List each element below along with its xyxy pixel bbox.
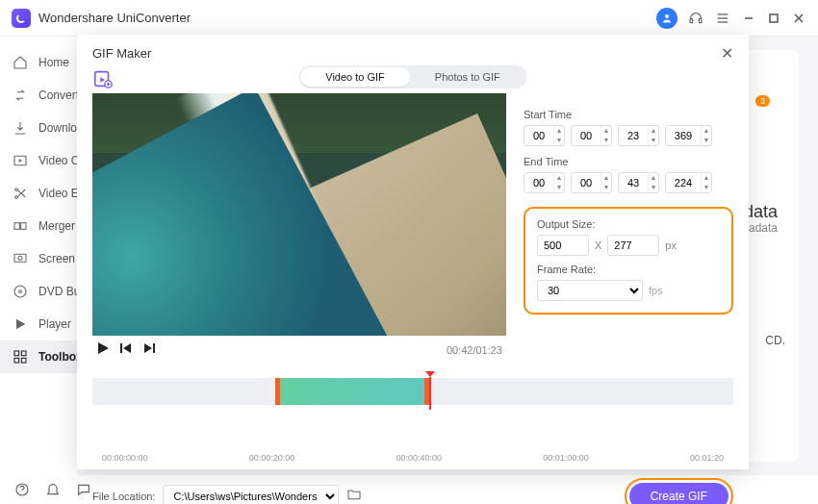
svg-rect-13 (14, 223, 19, 230)
sidebar-item-label: Toolbox (38, 350, 77, 364)
compressor-icon (12, 152, 29, 169)
file-location-select[interactable]: C:\Users\ws\Pictures\Wonders (163, 485, 339, 504)
ruler-tick: 00:00:20:00 (249, 453, 295, 463)
sidebar-item-label: Video Compressor (38, 154, 77, 167)
sidebar-item-downloader[interactable]: Downloader (0, 112, 77, 144)
tab-photos-to-gif[interactable]: Photos to GIF (410, 67, 525, 87)
end-hours-input[interactable]: ▲▼ (524, 172, 565, 193)
play-icon (12, 315, 29, 333)
sidebar-item-player[interactable]: Player (0, 308, 77, 340)
svg-rect-22 (14, 358, 19, 363)
tab-video-to-gif[interactable]: Video to GIF (300, 67, 410, 87)
prev-frame-button[interactable] (119, 341, 133, 359)
svg-marker-31 (98, 342, 109, 354)
x-separator: X (595, 239, 601, 251)
svg-point-25 (22, 492, 23, 493)
download-icon (12, 119, 29, 137)
ruler-tick: 00:00:40:00 (396, 453, 442, 463)
start-minutes-input[interactable]: ▲▼ (571, 125, 612, 146)
end-time-label: End Time (524, 156, 733, 167)
title-bar: Wondershare UniConverter (0, 0, 818, 37)
svg-rect-15 (14, 254, 26, 262)
disc-icon (12, 283, 29, 300)
sidebar-item-label: Downloader (38, 121, 77, 135)
svg-rect-1 (690, 18, 693, 22)
file-location-label: File Location: (92, 491, 155, 502)
next-frame-button[interactable] (142, 341, 156, 359)
maximize-button[interactable] (766, 11, 781, 26)
sidebar-item-merger[interactable]: Merger (0, 210, 77, 242)
minimize-button[interactable] (741, 11, 756, 26)
bg-data-title: data (744, 202, 778, 222)
close-button[interactable] (791, 11, 806, 26)
sidebar-item-toolbox[interactable]: Toolbox (0, 340, 77, 373)
svg-marker-19 (16, 319, 25, 330)
player-controls: 00:42/01:23 (92, 336, 506, 365)
modal-close-button[interactable]: ✕ (721, 44, 733, 63)
app-logo-icon (12, 9, 31, 28)
sidebar-item-home[interactable]: Home (0, 46, 77, 79)
sidebar-item-recorder[interactable]: Screen Recorder (0, 242, 77, 275)
svg-marker-27 (100, 77, 105, 83)
end-ms-input[interactable]: ▲▼ (665, 172, 712, 193)
toolbox-icon (12, 348, 29, 365)
open-folder-button[interactable] (346, 487, 362, 504)
converter-icon (12, 87, 29, 104)
timeline[interactable] (92, 372, 733, 411)
svg-rect-23 (21, 358, 26, 363)
svg-rect-35 (153, 343, 155, 353)
sidebar-item-label: Home (38, 56, 69, 69)
timeline-ruler: 00:00:00:00 00:00:20:00 00:00:40:00 00:0… (102, 453, 724, 463)
modal-tabs: Video to GIF Photos to GIF (298, 65, 526, 88)
svg-rect-21 (21, 351, 26, 356)
start-seconds-input[interactable]: ▲▼ (618, 125, 659, 146)
feedback-icon[interactable] (75, 481, 92, 498)
end-minutes-input[interactable]: ▲▼ (571, 172, 612, 193)
output-height-input[interactable] (607, 235, 659, 256)
sidebar-item-editor[interactable]: Video Editor (0, 177, 77, 210)
end-seconds-input[interactable]: ▲▼ (618, 172, 659, 193)
start-ms-input[interactable]: ▲▼ (665, 125, 712, 146)
start-time-label: Start Time (524, 109, 733, 120)
create-gif-button[interactable]: Create GIF (629, 483, 729, 504)
video-preview[interactable] (92, 93, 506, 336)
sidebar-item-compressor[interactable]: Video Compressor (0, 144, 77, 177)
svg-point-17 (14, 286, 26, 297)
start-hours-input[interactable]: ▲▼ (524, 125, 565, 146)
output-size-label: Output Size: (537, 218, 720, 230)
output-width-input[interactable] (537, 235, 589, 256)
app-title: Wondershare UniConverter (38, 11, 656, 25)
svg-point-12 (15, 196, 18, 199)
frame-rate-label: Frame Rate: (537, 264, 720, 275)
timeline-range[interactable] (275, 378, 429, 405)
create-gif-highlight: Create GIF (625, 478, 733, 504)
sidebar-item-label: Screen Recorder (38, 252, 77, 265)
svg-point-0 (665, 14, 669, 18)
svg-rect-14 (21, 223, 26, 230)
ruler-tick: 00:01:20 (690, 453, 724, 463)
sidebar-item-label: DVD Burner (38, 285, 77, 298)
scissors-icon (12, 185, 29, 202)
merger-icon (12, 217, 29, 235)
help-icon[interactable] (13, 481, 31, 498)
sidebar-item-converter[interactable]: Converter (0, 79, 77, 112)
svg-point-11 (15, 189, 18, 191)
user-avatar-icon[interactable] (656, 8, 677, 29)
sidebar-item-label: Video Editor (38, 187, 77, 200)
add-file-button[interactable] (92, 68, 115, 91)
svg-rect-32 (120, 343, 122, 353)
sidebar-item-dvd[interactable]: DVD Burner (0, 275, 77, 308)
timeline-playhead[interactable] (425, 371, 435, 377)
frame-rate-select[interactable]: 30 (537, 280, 643, 301)
output-settings-highlight: Output Size: X px Frame Rate: 30 fps (524, 207, 733, 315)
hamburger-menu-icon[interactable] (714, 10, 731, 27)
play-button[interactable] (96, 341, 110, 359)
ruler-tick: 00:01:00:00 (543, 453, 589, 463)
sidebar-item-label: Merger (38, 219, 75, 233)
sidebar-item-label: Player (38, 317, 71, 331)
modal-title: GIF Maker (92, 46, 721, 61)
svg-point-18 (19, 290, 22, 293)
svg-rect-7 (770, 14, 778, 22)
headset-icon[interactable] (687, 10, 704, 27)
bell-icon[interactable] (44, 481, 62, 498)
